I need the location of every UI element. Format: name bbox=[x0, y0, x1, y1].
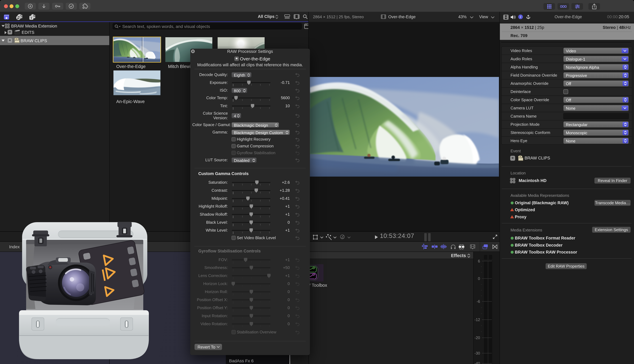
svg-text:i: i bbox=[520, 15, 521, 18]
svg-text:T: T bbox=[30, 16, 33, 20]
